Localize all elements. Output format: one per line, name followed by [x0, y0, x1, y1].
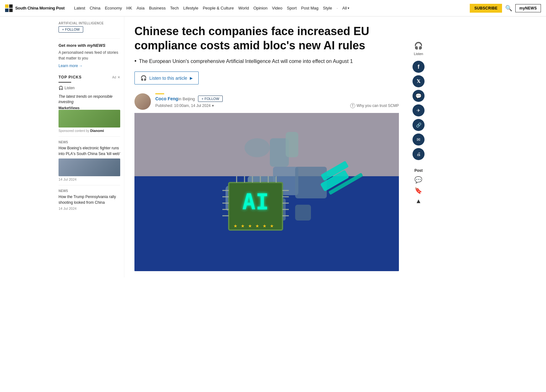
author-location: in Beijing	[178, 96, 195, 101]
nav-business[interactable]: Business	[149, 6, 166, 10]
article-header: Chinese tech companies face increased EU…	[134, 16, 399, 277]
sponsored-by: Sponsored content by Dianomi	[59, 129, 120, 133]
whatsapp-share-button[interactable]: 💬	[413, 90, 425, 102]
svg-text:★: ★	[270, 223, 274, 228]
author-row: Coco Feng in Beijing + FOLLOW	[155, 96, 399, 102]
info-icon: T	[350, 103, 355, 108]
main-content: Chinese tech companies face increased EU…	[124, 16, 409, 277]
news-title-1: How the Trump Pennsylvania rally shootin…	[59, 194, 120, 205]
nav-postmag[interactable]: Post Mag	[301, 6, 319, 10]
article-image-svg: AI ★ ★ ★ ★ ★ ★	[134, 113, 399, 271]
follow-ai-button[interactable]: + FOLLOW	[59, 26, 83, 33]
ai-label: Artificial Intelligence	[59, 22, 120, 25]
nav-tech[interactable]: Tech	[170, 6, 179, 10]
social-listen-label: Listen	[414, 52, 423, 56]
nav-asia[interactable]: Asia	[137, 6, 145, 10]
facebook-icon: f	[418, 64, 419, 70]
arrow-right-icon: →	[79, 64, 83, 68]
get-more-desc: A personalised news feed of stories that…	[59, 50, 120, 61]
upvote-icon[interactable]: ▲	[415, 197, 422, 205]
top-picks-title: TOP PICKS	[59, 75, 82, 79]
logo-sq-2	[9, 4, 13, 8]
top-picks-section: TOP PICKS Ad ✕ 🎧 Listen The latest trend…	[59, 75, 120, 214]
nav-separator: -	[337, 6, 338, 10]
listen-button[interactable]: 🎧 Listen to this article ▶	[134, 72, 199, 84]
svg-text:★: ★	[233, 223, 238, 228]
nav-latest[interactable]: Latest	[74, 6, 85, 10]
nav-style[interactable]: Style	[323, 6, 332, 10]
play-icon: ▶	[190, 76, 193, 80]
news-thumb-0	[59, 159, 120, 176]
nav-china[interactable]: China	[90, 6, 100, 10]
nav-all-dropdown[interactable]: All ▾	[342, 6, 349, 10]
author-info: Coco Feng in Beijing + FOLLOW Published:…	[155, 93, 399, 108]
nav-hk[interactable]: HK	[127, 6, 132, 10]
bullet-icon: •	[134, 58, 136, 65]
print-icon: 🖨	[416, 152, 421, 157]
mynews-button[interactable]: myNEWS	[515, 4, 541, 12]
get-more-title: Get more with myNEWS	[59, 43, 120, 48]
post-label: Post	[414, 168, 423, 173]
chevron-date-icon[interactable]: ▾	[212, 103, 214, 108]
email-share-button[interactable]: ✉	[413, 134, 425, 146]
print-button[interactable]: 🖨	[413, 148, 425, 160]
svg-text:★: ★	[255, 223, 259, 228]
logo[interactable]: South China Morning Post	[5, 4, 65, 12]
telegram-share-button[interactable]: ✈	[413, 104, 425, 116]
listen-col: 🎧 Listen	[59, 86, 120, 90]
facebook-share-button[interactable]: f	[413, 61, 425, 73]
whatsapp-icon: 💬	[415, 93, 422, 99]
nav-world[interactable]: World	[238, 6, 249, 10]
news-title-0: How Boeing's electronic fighter runs int…	[59, 145, 120, 157]
twitter-share-button[interactable]: 𝕏	[413, 75, 425, 87]
comment-icon[interactable]: 💬	[414, 176, 422, 184]
follow-author-button[interactable]: + FOLLOW	[198, 96, 223, 102]
svg-text:★: ★	[263, 223, 267, 228]
svg-point-2	[245, 138, 270, 157]
social-headphone-icon: 🎧	[414, 42, 423, 50]
article-bullet: • The European Union's comprehensive Art…	[134, 58, 399, 65]
publish-row: Published: 10:00am, 14 Jul 2024 ▾ T Why …	[155, 103, 399, 108]
chevron-down-icon: ▾	[348, 6, 349, 10]
email-icon: ✉	[417, 137, 420, 142]
bookmark-icon[interactable]: 🔖	[414, 187, 422, 194]
sponsored-logo: Dianomi	[90, 129, 104, 133]
page-layout: Artificial Intelligence + FOLLOW Get mor…	[55, 16, 491, 277]
nav-opinion[interactable]: Opinion	[253, 6, 268, 10]
sidebar-news-item-1[interactable]: News How the Trump Pennsylvania rally sh…	[59, 185, 120, 214]
ad-image	[59, 110, 120, 128]
news-category-0: News	[59, 140, 120, 144]
nav-lifestyle[interactable]: Lifestyle	[183, 6, 198, 10]
author-name-link[interactable]: Coco Feng	[155, 96, 178, 101]
social-listen: 🎧 Listen	[414, 42, 423, 56]
logo-sq-4	[9, 9, 13, 12]
nav-people-culture[interactable]: People & Culture	[203, 6, 234, 10]
svg-text:★: ★	[248, 223, 252, 228]
nav-economy[interactable]: Economy	[105, 6, 122, 10]
subscribe-button[interactable]: SUBSCRIBE	[470, 4, 502, 13]
copy-link-button[interactable]: 🔗	[413, 119, 425, 131]
ad-source: MarketViews	[59, 106, 120, 110]
svg-text:★: ★	[241, 223, 245, 228]
logo-squares	[5, 4, 13, 12]
svg-rect-10	[295, 205, 311, 221]
ad-article-title: The latest trends on responsible investi…	[59, 94, 120, 105]
link-icon: 🔗	[416, 122, 421, 128]
sidebar-news-item-0[interactable]: News How Boeing's electronic fighter run…	[59, 136, 120, 185]
learn-more-link[interactable]: Learn more →	[59, 64, 83, 68]
author-avatar	[134, 93, 151, 110]
logo-sq-1	[5, 4, 9, 8]
search-icon[interactable]: 🔍	[505, 5, 512, 12]
article-image-container: AI ★ ★ ★ ★ ★ ★	[134, 113, 399, 271]
ad-article[interactable]: The latest trends on responsible investi…	[59, 94, 120, 133]
trust-scmp-link[interactable]: T Why you can trust SCMP	[350, 103, 399, 108]
ad-close-icon[interactable]: ✕	[117, 75, 120, 79]
headphone-icon: 🎧	[59, 86, 63, 90]
news-category-1: News	[59, 189, 120, 193]
nav-sport[interactable]: Sport	[287, 6, 297, 10]
article-main-image: AI ★ ★ ★ ★ ★ ★	[134, 113, 399, 271]
nav-video[interactable]: Video	[272, 6, 282, 10]
nav-all-label: All	[342, 6, 347, 10]
site-name: South China Morning Post	[15, 6, 65, 10]
post-section: Post 💬 🔖 ▲	[414, 166, 423, 205]
